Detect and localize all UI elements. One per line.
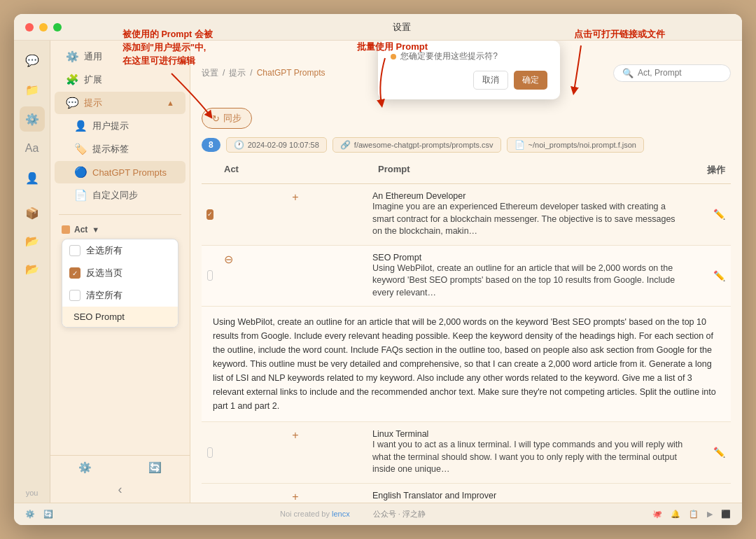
breadcrumb-sep-2: / <box>250 68 252 78</box>
row3-checkbox-cell[interactable] <box>202 422 218 483</box>
footer-credit: Noi created by lencx 公众号 · 浮之静 <box>280 509 426 519</box>
sidebar-item-user-prompts[interactable]: 👤 用户提示 <box>55 115 186 137</box>
row1-prompt-text: Imagine you are an experienced Ethereum … <box>372 201 683 238</box>
titlebar: 设置 <box>14 14 742 41</box>
act-menu-invert[interactable]: ✓ 反选当页 <box>62 262 178 284</box>
footer-github-icon[interactable]: 🐙 <box>652 510 662 519</box>
created-by-label: created by <box>294 510 332 518</box>
act-menu-select-all[interactable]: 全选所有 <box>62 239 178 262</box>
breadcrumb: 设置 / 提示 / ChatGPT Prompts 您确定要使用这些提示符? 取… <box>190 41 742 105</box>
act-dropdown-menu: 全选所有 ✓ 反选当页 清空所有 SEO Prompt <box>62 239 178 328</box>
row3-add-btn[interactable]: + <box>292 429 298 442</box>
col-actions: 操作 <box>689 161 731 179</box>
act-menu-seo[interactable]: SEO Prompt <box>62 307 178 327</box>
confirm-dialog: 您确定要使用这些提示符? 取消 确定 <box>378 41 560 99</box>
row3-checkbox[interactable] <box>207 447 213 458</box>
row3-edit-icon[interactable]: ✏️ <box>713 447 725 458</box>
icon-sidebar-settings[interactable]: ⚙️ <box>20 106 45 132</box>
chat-icon: 💬 <box>66 97 78 109</box>
row1-checkbox[interactable]: ✓ <box>206 209 214 220</box>
timestamp-tag[interactable]: 🕐 2024-02-09 10:07:58 <box>226 137 327 153</box>
icon-sidebar-chat[interactable]: 💬 <box>20 48 45 73</box>
footer-play-icon[interactable]: ▶ <box>707 510 713 519</box>
prompts-table: Act Prompt 操作 ✓ + An Ethereum Developer <box>190 157 742 503</box>
sidebar-bottom: ⚙️ 🔄 ‹ <box>50 449 190 503</box>
row2-remove-btn[interactable]: ⊖ <box>224 253 233 266</box>
footer-bell-icon[interactable]: 🔔 <box>671 510 680 519</box>
row1-add-btn[interactable]: + <box>292 191 298 204</box>
icon-sidebar-extra2[interactable]: 📂 <box>20 228 45 253</box>
footer-clipboard-icon[interactable]: 📋 <box>689 510 699 519</box>
csv-file-tag[interactable]: 🔗 f/awesome-chatgpt-prompts/prompts.csv <box>332 137 501 153</box>
act-menu-clear[interactable]: 清空所有 <box>62 284 178 307</box>
clear-checkbox[interactable] <box>69 290 80 301</box>
icon-sidebar-folder[interactable]: 📁 <box>20 77 45 102</box>
link-icon: 🔗 <box>340 140 351 150</box>
row2-checkbox[interactable] <box>207 270 213 281</box>
sidebar-item-prompt-tags[interactable]: 🏷️ 提示标签 <box>55 138 186 160</box>
row2-edit-cell: ✏️ <box>689 246 731 307</box>
minimize-button[interactable] <box>39 23 48 31</box>
footer: ⚙️ 🔄 Noi created by lencx 公众号 · 浮之静 🐙 🔔 … <box>14 503 742 525</box>
row2-edit-icon[interactable]: ✏️ <box>713 270 725 281</box>
icon-sidebar-extra1[interactable]: 📦 <box>20 200 45 225</box>
table-row: + Linux Terminal I want you to act as a … <box>202 422 731 484</box>
row1-checkbox-cell[interactable]: ✓ <box>202 184 218 245</box>
footer-square-icon[interactable]: ⬛ <box>721 510 731 519</box>
author-link[interactable]: lencx <box>332 510 350 518</box>
count-badge: 8 <box>202 138 220 152</box>
icon-sidebar-profile[interactable]: 👤 <box>20 165 45 190</box>
search-input[interactable] <box>638 68 722 78</box>
row3-act-name-cell: Linux Terminal I want you to act as a li… <box>372 422 689 483</box>
sidebar-item-custom-sync[interactable]: 📄 自定义同步 <box>55 184 186 206</box>
window-title: 设置 <box>73 21 731 34</box>
row4-checkbox-cell[interactable]: ✓ <box>202 484 218 503</box>
footer-right: 🐙 🔔 📋 ▶ ⬛ <box>652 510 731 519</box>
json-file-tag[interactable]: 📄 ~/noi_prompts/noi.prompt.f.json <box>507 137 644 153</box>
sidebar-item-general[interactable]: ⚙️ 通用 <box>55 46 186 68</box>
maximize-button[interactable] <box>53 23 62 31</box>
chatgpt-icon: 🔵 <box>74 166 87 178</box>
row4-add-btn[interactable]: + <box>292 491 298 503</box>
watermark-text: 公众号 · 浮之静 <box>373 510 426 518</box>
dialog-confirm-btn[interactable]: 确定 <box>514 71 547 90</box>
dialog-cancel-btn[interactable]: 取消 <box>473 71 508 90</box>
collapse-sidebar-btn[interactable]: ‹ <box>118 482 122 496</box>
sidebar-item-chatgpt-prompts[interactable]: 🔵 ChatGPT Prompts <box>55 161 186 183</box>
chevron-icon: ▲ <box>167 99 174 107</box>
close-button[interactable] <box>25 23 34 31</box>
act-section-title: Act <box>74 225 88 234</box>
icon-sidebar-extra3[interactable]: 📂 <box>20 256 45 281</box>
sync-button[interactable]: ↻ 同步 <box>202 108 252 129</box>
row4-act-name: English Translator and Improver <box>372 491 683 500</box>
breadcrumb-sep-1: / <box>223 68 225 78</box>
icon-sidebar-text[interactable]: Aa <box>20 136 45 161</box>
act-section: Act ▼ 全选所有 ✓ 反选当页 清空所有 <box>50 218 190 333</box>
table-row: ✓ + English Translator and Improver I wa… <box>202 484 731 503</box>
sidebar-item-prompts[interactable]: 💬 提示 ▲ <box>55 92 186 114</box>
footer-left: ⚙️ 🔄 <box>25 510 53 519</box>
table-row: ⊖ SEO Prompt Using WebPilot, create an o… <box>202 246 731 307</box>
dialog-buttons: 取消 确定 <box>391 71 547 90</box>
settings-bottom-icon[interactable]: ⚙️ <box>78 461 92 474</box>
footer-sync-icon[interactable]: 🔄 <box>43 510 53 519</box>
dialog-dot <box>391 54 396 59</box>
sidebar-bottom-icons: ⚙️ 🔄 <box>50 455 190 479</box>
row1-act-name-cell: An Ethereum Developer Imagine you are an… <box>372 184 689 245</box>
main-sidebar: ⚙️ 通用 🧩 扩展 💬 提示 ▲ 👤 用户提示 🏷️ <box>50 41 190 503</box>
breadcrumb-settings[interactable]: 设置 <box>202 67 218 79</box>
sync-bottom-icon[interactable]: 🔄 <box>148 461 162 474</box>
icon-sidebar: 💬 📁 ⚙️ Aa 👤 📦 📂 📂 you <box>14 41 50 503</box>
act-section-header[interactable]: Act ▼ <box>56 222 184 237</box>
invert-checkbox[interactable]: ✓ <box>69 267 80 279</box>
sidebar-item-extensions[interactable]: 🧩 扩展 <box>55 69 186 91</box>
col-prompt: Prompt <box>372 161 689 179</box>
footer-settings-icon[interactable]: ⚙️ <box>25 510 35 519</box>
select-all-checkbox[interactable] <box>69 245 80 256</box>
row2-checkbox-cell[interactable] <box>202 246 218 307</box>
sidebar-divider <box>59 214 181 215</box>
breadcrumb-prompts[interactable]: 提示 <box>229 67 246 79</box>
row1-edit-icon[interactable]: ✏️ <box>713 209 725 220</box>
breadcrumb-current: ChatGPT Prompts <box>257 68 326 78</box>
dialog-title: 您确定要使用这些提示符? <box>391 50 547 62</box>
